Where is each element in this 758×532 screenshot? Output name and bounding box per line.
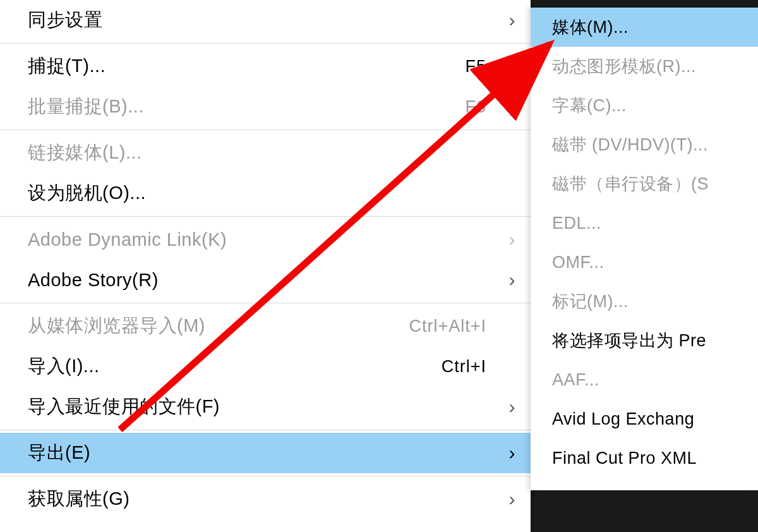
menu-item-export-selection[interactable]: 将选择项导出为 Pre — [531, 321, 758, 360]
menu-item-adobe-story[interactable]: Adobe Story(R)› — [0, 260, 531, 300]
menu-item-sync-settings[interactable]: 同步设置› — [0, 0, 531, 40]
menu-item-media[interactable]: 媒体(M)... — [531, 8, 758, 47]
menu-item-label: 批量捕捉(B)... — [28, 94, 465, 119]
menu-item-label: 同步设置 — [28, 8, 518, 33]
menu-item-dynamic-link: Adobe Dynamic Link(K)› — [0, 219, 531, 260]
menu-item-label: 链接媒体(L)... — [28, 140, 518, 166]
menu-separator — [0, 43, 531, 44]
menu-item-final-cut[interactable]: Final Cut Pro XML — [531, 438, 758, 478]
menu-item-label: 设为脱机(O)... — [28, 181, 518, 206]
menu-item-label: 导入最近使用的文件(F) — [28, 394, 518, 420]
menu-item-markers: 标记(M)... — [531, 282, 758, 321]
menu-separator — [0, 216, 531, 217]
menu-item-label: EDL... — [552, 214, 750, 233]
menu-item-label: 标记(M)... — [552, 290, 750, 313]
menu-item-set-offline[interactable]: 设为脱机(O)... — [0, 173, 531, 214]
menu-item-avid-log[interactable]: Avid Log Exchang — [531, 399, 758, 438]
menu-item-label: 导入(I)... — [28, 354, 442, 379]
menu-item-shortcut: Ctrl+Alt+I — [409, 317, 486, 336]
menu-item-omf: OMF... — [531, 243, 758, 282]
menu-item-batch-capture: 批量捕捉(B)...F6 — [0, 87, 531, 127]
file-menu-panel: 同步设置›捕捉(T)...F5批量捕捉(B)...F6链接媒体(L)...设为脱… — [0, 0, 531, 532]
menu-item-edl: EDL... — [531, 203, 758, 243]
menu-item-label: 磁带 (DV/HDV)(T)... — [552, 133, 750, 156]
menu-item-export[interactable]: 导出(E)› — [0, 433, 531, 473]
chevron-right-icon: › — [509, 444, 516, 462]
menu-item-captions: 字幕(C)... — [531, 86, 758, 125]
menu-item-label: Adobe Dynamic Link(K) — [28, 229, 518, 250]
menu-item-label: 动态图形模板(R)... — [552, 55, 750, 78]
menu-separator — [0, 476, 531, 476]
menu-separator — [0, 303, 531, 303]
menu-item-aaf: AAF... — [531, 360, 758, 399]
menu-item-tape-serial: 磁带（串行设备）(S — [531, 164, 758, 203]
menu-item-label: Adobe Story(R) — [28, 270, 518, 291]
menu-item-label: 磁带（串行设备）(S — [552, 172, 750, 195]
menu-item-label: 字幕(C)... — [552, 94, 750, 117]
menu-item-label: OMF... — [552, 253, 750, 272]
menu-item-shortcut: F5 — [465, 57, 486, 76]
menu-item-label: 导出(E) — [28, 440, 518, 466]
chevron-right-icon: › — [509, 490, 516, 509]
export-submenu-panel: 媒体(M)...动态图形模板(R)...字幕(C)...磁带 (DV/HDV)(… — [531, 8, 758, 490]
menu-item-label: 从媒体浏览器导入(M) — [28, 313, 409, 339]
chevron-right-icon: › — [509, 397, 516, 416]
menu-item-label: Avid Log Exchang — [552, 409, 750, 429]
menu-item-capture[interactable]: 捕捉(T)...F5 — [0, 46, 531, 87]
menu-item-import[interactable]: 导入(I)...Ctrl+I — [0, 346, 531, 387]
menu-separator — [0, 130, 531, 130]
menu-item-label: AAF... — [552, 370, 750, 390]
menu-item-label: 将选择项导出为 Pre — [552, 329, 750, 352]
chevron-right-icon: › — [509, 11, 516, 30]
menu-item-label: 媒体(M)... — [552, 16, 750, 39]
chevron-right-icon: › — [509, 230, 516, 249]
menu-item-shortcut: F6 — [465, 97, 486, 117]
menu-item-tape-dv: 磁带 (DV/HDV)(T)... — [531, 125, 758, 164]
menu-item-shortcut: Ctrl+I — [442, 357, 486, 377]
menu-item-label: 捕捉(T)... — [28, 54, 465, 79]
menu-item-import-recent[interactable]: 导入最近使用的文件(F)› — [0, 387, 531, 427]
menu-item-link-media: 链接媒体(L)... — [0, 133, 531, 173]
chevron-right-icon: › — [509, 270, 516, 289]
menu-separator — [0, 430, 531, 430]
menu-item-label: Final Cut Pro XML — [552, 449, 750, 468]
menu-item-motion-graphics: 动态图形模板(R)... — [531, 47, 758, 86]
menu-item-import-from-browser: 从媒体浏览器导入(M)Ctrl+Alt+I — [0, 306, 531, 346]
menu-item-label: 获取属性(G) — [28, 487, 518, 512]
menu-item-get-properties[interactable]: 获取属性(G)› — [0, 479, 531, 519]
